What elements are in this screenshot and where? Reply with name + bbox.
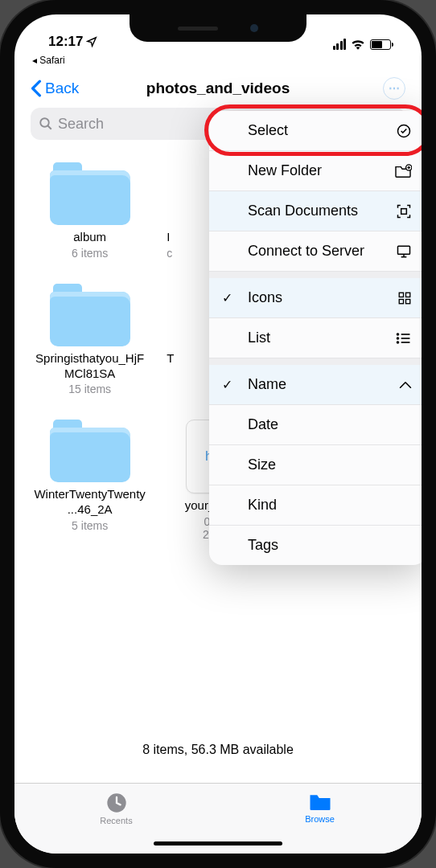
item-meta: c xyxy=(167,247,172,260)
folder-icon xyxy=(308,792,332,813)
battery-icon xyxy=(370,39,391,50)
select-circle-icon xyxy=(396,123,412,139)
checkmark-icon: ✓ xyxy=(222,377,232,392)
menu-sort-name[interactable]: ✓ Name xyxy=(209,365,422,405)
back-label: Back xyxy=(45,80,79,97)
grid-icon xyxy=(397,291,412,305)
chevron-up-icon xyxy=(399,381,412,389)
more-button[interactable]: ⋯ xyxy=(383,77,405,100)
search-placeholder: Search xyxy=(58,116,104,133)
page-title: photos_and_videos xyxy=(146,80,290,97)
item-name: Springisthatyou_HjFMCl81SA xyxy=(34,351,146,382)
menu-sort-tags[interactable]: Tags xyxy=(209,526,422,565)
menu-separator xyxy=(209,272,422,278)
item-meta: 6 items xyxy=(72,247,108,260)
folder-item[interactable]: WinterTwentyTwenty...46_2A 5 items xyxy=(31,420,149,541)
item-meta: 15 items xyxy=(68,383,111,395)
tab-recents[interactable]: Recents xyxy=(68,792,165,825)
context-menu: Select New Folder Scan Documents Connect… xyxy=(209,111,422,565)
location-icon xyxy=(86,36,97,47)
menu-label: Kind xyxy=(248,497,277,514)
menu-label: Icons xyxy=(248,289,282,306)
menu-view-list[interactable]: List xyxy=(209,318,422,358)
menu-sort-kind[interactable]: Kind xyxy=(209,485,422,526)
folder-icon xyxy=(50,420,130,482)
svg-point-9 xyxy=(397,334,399,335)
folder-icon xyxy=(50,162,130,225)
svg-point-11 xyxy=(397,342,399,343)
wifi-icon xyxy=(351,39,365,50)
item-name: T xyxy=(167,351,174,366)
storage-summary: 8 items, 56.3 MB available xyxy=(14,743,422,757)
svg-point-0 xyxy=(40,118,49,127)
menu-label: Select xyxy=(248,122,288,139)
tab-label: Recents xyxy=(100,816,132,825)
menu-scan-documents[interactable]: Scan Documents xyxy=(209,191,422,231)
svg-rect-6 xyxy=(406,293,410,297)
search-icon xyxy=(39,117,53,131)
tab-browse[interactable]: Browse xyxy=(272,792,368,824)
item-name: album xyxy=(73,230,106,245)
menu-label: Name xyxy=(248,376,286,393)
svg-rect-5 xyxy=(399,293,403,297)
menu-label: List xyxy=(248,330,270,346)
menu-view-icons[interactable]: ✓ Icons xyxy=(209,278,422,318)
nav-bar: Back photos_and_videos ⋯ xyxy=(14,71,422,108)
folder-item[interactable]: album 6 items xyxy=(31,162,149,260)
menu-label: Scan Documents xyxy=(248,203,358,219)
item-meta: 5 items xyxy=(72,519,108,532)
scan-icon xyxy=(396,203,412,219)
cell-signal-icon xyxy=(333,39,347,50)
checkmark-icon: ✓ xyxy=(222,290,232,305)
back-to-app[interactable]: ◂ Safari xyxy=(14,53,422,71)
svg-rect-8 xyxy=(406,299,410,303)
svg-point-10 xyxy=(397,338,399,339)
item-name: I xyxy=(167,230,170,245)
menu-sort-size[interactable]: Size xyxy=(209,445,422,485)
menu-connect-server[interactable]: Connect to Server xyxy=(209,231,422,272)
item-name: WinterTwentyTwenty...46_2A xyxy=(34,487,146,518)
chevron-left-icon xyxy=(31,80,42,97)
home-indicator[interactable] xyxy=(154,841,282,845)
svg-rect-7 xyxy=(399,299,403,303)
menu-select[interactable]: Select xyxy=(209,111,422,151)
svg-rect-3 xyxy=(401,208,407,214)
clock-icon xyxy=(105,792,128,814)
menu-label: Tags xyxy=(248,537,278,554)
menu-sort-date[interactable]: Date xyxy=(209,405,422,445)
list-icon xyxy=(396,332,412,345)
menu-separator xyxy=(209,358,422,365)
svg-rect-4 xyxy=(398,246,410,254)
menu-label: New Folder xyxy=(248,162,322,179)
folder-item[interactable]: Springisthatyou_HjFMCl81SA 15 items xyxy=(31,284,149,396)
server-icon xyxy=(396,244,412,260)
menu-new-folder[interactable]: New Folder xyxy=(209,151,422,191)
tab-label: Browse xyxy=(305,814,335,824)
new-folder-icon xyxy=(394,164,412,178)
menu-label: Connect to Server xyxy=(248,243,364,260)
menu-label: Date xyxy=(248,416,278,433)
folder-icon xyxy=(50,284,130,346)
menu-label: Size xyxy=(248,457,276,473)
status-time: 12:17 xyxy=(48,34,83,50)
back-button[interactable]: Back xyxy=(31,80,79,97)
